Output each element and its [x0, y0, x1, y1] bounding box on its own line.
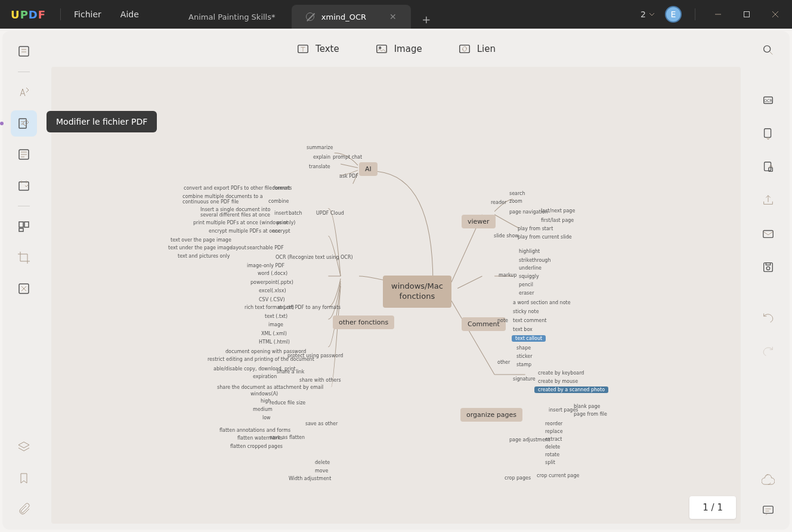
image-tool[interactable]: Image: [375, 42, 422, 55]
organize-button[interactable]: [11, 214, 37, 240]
mm-leaf: squiggly: [518, 273, 540, 280]
maximize-button[interactable]: [737, 5, 756, 24]
svg-rect-34: [763, 506, 774, 514]
redact-button[interactable]: [11, 276, 37, 302]
minimize-button[interactable]: [709, 5, 728, 24]
email-button[interactable]: [756, 222, 780, 246]
mm-leaf: CSV (.CSV): [258, 296, 286, 303]
mm-leaf: batch: [287, 210, 304, 216]
layers-button[interactable]: [11, 434, 37, 460]
mm-leaf: sticker: [515, 353, 533, 360]
pages-button[interactable]: [11, 141, 37, 168]
mm-leaf: text (.txt): [264, 313, 289, 320]
mm-leaf: share with others: [298, 377, 342, 383]
no-edit-icon: [306, 13, 314, 21]
comment-panel-button[interactable]: [756, 499, 780, 522]
mm-leaf: translate: [308, 163, 332, 170]
mm-leaf: flatten annotations and forms: [218, 427, 292, 434]
annotate-button[interactable]: [11, 79, 37, 106]
mm-leaf: first/last page: [540, 217, 575, 224]
mm-leaf: prompt chat: [332, 154, 363, 160]
mm-leaf: word (.docx): [256, 270, 289, 277]
mm-leaf: ask PDF: [338, 173, 360, 180]
mm-leaf: high: [259, 398, 272, 404]
right-sidebar: OCR: [747, 31, 790, 530]
search-button[interactable]: [756, 38, 780, 62]
attachment-button[interactable]: [11, 496, 37, 522]
save-button[interactable]: [756, 255, 780, 279]
link-tool[interactable]: Lien: [458, 42, 496, 55]
mm-leaf: create by mouse: [537, 378, 579, 385]
undo-button[interactable]: [756, 305, 780, 329]
menu-help[interactable]: Aide: [111, 0, 148, 29]
text-tool[interactable]: Texte: [296, 42, 339, 55]
mm-leaf: flatten cropped pages: [229, 443, 284, 450]
tab-inactive[interactable]: Animal Painting Skills*: [172, 5, 292, 29]
mm-leaf: zoom: [508, 198, 524, 205]
mm-leaf: blank page: [573, 403, 601, 410]
mm-leaf: text box: [512, 326, 534, 333]
mm-leaf: UPDF Cloud: [315, 210, 345, 216]
close-icon[interactable]: ✕: [389, 12, 397, 21]
mm-leaf: extract: [544, 436, 563, 443]
redo-button[interactable]: [756, 339, 780, 363]
page-indicator[interactable]: 1 / 1: [689, 496, 736, 519]
mm-leaf: Insert a single document into several di…: [199, 206, 277, 218]
mm-leaf: stamp: [515, 361, 533, 368]
ocr-button[interactable]: OCR: [756, 88, 780, 112]
mm-hub-ai: AI: [359, 162, 378, 176]
left-rail-bottom: [11, 434, 37, 522]
svg-rect-16: [24, 222, 29, 227]
document-canvas[interactable]: windows/Mac fonctions AI viewer Comment …: [51, 67, 741, 524]
mm-center: windows/Mac fonctions: [383, 276, 451, 308]
tab-active[interactable]: xmind_OCR ✕: [292, 5, 411, 29]
svg-rect-33: [766, 263, 770, 265]
crop-button[interactable]: [11, 245, 37, 271]
mm-leaf: summarize: [305, 144, 334, 151]
edit-pdf-button[interactable]: [11, 110, 37, 137]
mm-leaf: note: [496, 317, 509, 324]
convert-button[interactable]: [756, 122, 780, 146]
reader-button[interactable]: [11, 38, 37, 64]
mm-leaf: document opening with password: [224, 348, 307, 355]
mm-leaf: combine: [267, 198, 290, 205]
mm-leaf: slide show: [493, 233, 520, 239]
share-button[interactable]: [756, 188, 780, 212]
avatar[interactable]: E: [665, 6, 682, 23]
count-indicator[interactable]: 2: [641, 10, 655, 19]
mm-leaf: text under the page image: [167, 245, 233, 251]
mm-hub-organize: organize pages: [460, 408, 522, 422]
mm-leaf: reduce file size: [268, 400, 307, 406]
separator: [695, 8, 695, 20]
mm-leaf: medium: [252, 406, 274, 413]
bookmark-button[interactable]: [11, 465, 37, 491]
mm-leaf: Width adjustment: [287, 475, 332, 482]
main-area: Texte Image Lien windows/Mac fonc: [45, 31, 747, 530]
svg-rect-22: [459, 45, 469, 53]
mm-tag: created by a scanned photo: [534, 386, 608, 393]
svg-point-21: [379, 47, 381, 49]
mm-leaf: restrict editing and printing of the doc…: [206, 356, 315, 363]
svg-rect-15: [19, 222, 23, 227]
ai-button[interactable]: [756, 468, 780, 491]
mm-leaf: image-only PDF: [246, 262, 286, 269]
mm-leaf: convert and export PDFs to other file fo…: [182, 185, 293, 191]
mm-leaf: markup: [497, 272, 518, 279]
form-button[interactable]: [11, 172, 37, 199]
titlebar: UPDF Fichier Aide Animal Painting Skills…: [0, 0, 792, 29]
mm-leaf: flatten watermarks: [236, 435, 284, 441]
protect-button[interactable]: [756, 155, 780, 179]
left-sidebar: [2, 31, 45, 530]
mm-hub-viewer: viewer: [462, 215, 496, 228]
mm-leaf: image: [267, 321, 284, 328]
separator: [18, 206, 30, 206]
mm-leaf: combine multiple documents to a continuo…: [181, 193, 265, 205]
mm-leaf: play from start: [516, 225, 554, 232]
new-tab-button[interactable]: +: [417, 10, 436, 29]
edit-toolbar: Texte Image Lien: [45, 31, 747, 67]
mm-tag: text callout: [512, 335, 546, 342]
separator: [18, 72, 30, 72]
mm-leaf: create by keyboard: [537, 370, 585, 376]
close-button[interactable]: [766, 5, 785, 24]
menu-file[interactable]: Fichier: [64, 0, 111, 29]
